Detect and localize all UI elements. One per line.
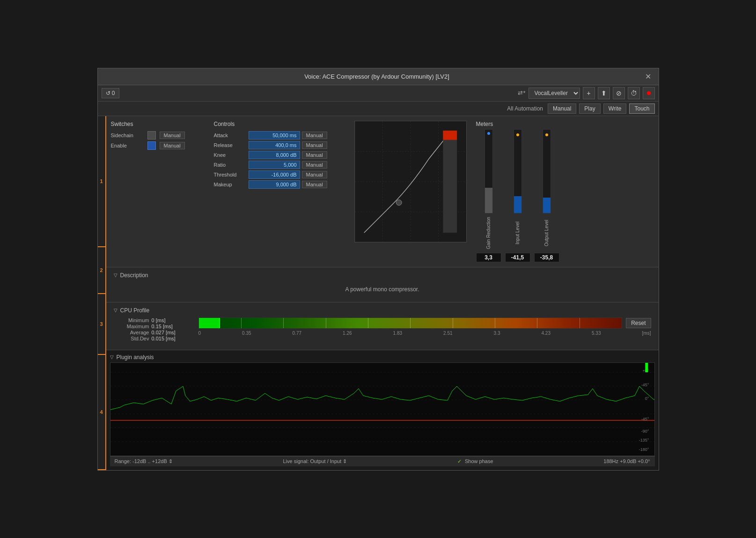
meters-row: Gain Reduction 3,3 Input Level -41,5 — [476, 129, 560, 262]
automation-touch-button[interactable]: Touch — [629, 103, 654, 114]
svg-text:-135°: -135° — [639, 438, 649, 442]
cpu-scale-077: 0.77 — [293, 331, 301, 336]
signal-control[interactable]: Live signal: Output / Input ⇕ — [283, 458, 347, 464]
range-arrows: ⇕ — [169, 458, 173, 464]
svg-rect-9 — [443, 130, 457, 232]
svg-text:-90°: -90° — [641, 428, 649, 433]
threshold-manual-button[interactable]: Manual — [302, 171, 327, 178]
clock-button[interactable]: ⏱ — [628, 87, 640, 99]
signal-arrows: ⇕ — [343, 458, 347, 464]
cpu-scale-0: 0 — [198, 331, 201, 336]
switches-title: Switches — [111, 121, 205, 127]
close-button[interactable]: ✕ — [642, 71, 654, 82]
undo-button[interactable]: ↺ 0 — [102, 88, 119, 98]
cpu-scale-533: 5.33 — [592, 331, 601, 336]
marker-1: 1 — [98, 116, 105, 247]
description-text: A powerful mono compressor. — [114, 281, 651, 297]
bypass-button[interactable]: ⊘ — [613, 87, 625, 99]
analysis-header: ▽ Plugin analysis — [110, 354, 655, 361]
meters-panel: Meters Gain Reduction 3,3 — [476, 121, 560, 262]
ratio-value[interactable]: 5,000 — [249, 161, 300, 169]
stddev-value: 0.015 [ms] — [152, 336, 189, 341]
attack-row: Attack 50,000 ms Manual — [214, 131, 345, 140]
reset-button[interactable]: Reset — [626, 318, 651, 328]
enable-toggle[interactable] — [147, 141, 156, 150]
section-controls: Switches Sidechain Manual Enable Manual … — [106, 116, 659, 267]
input-level-meter: Input Level -41,5 — [505, 129, 530, 262]
cpu-chevron: ▽ — [114, 308, 117, 313]
meters-title: Meters — [476, 121, 560, 127]
cpu-scale-126: 1.26 — [343, 331, 352, 336]
makeup-label: Makeup — [214, 182, 247, 187]
threshold-value[interactable]: -16,000 dB — [249, 170, 300, 179]
range-control[interactable]: Range: -12dB .. +12dB ⇕ — [115, 458, 173, 464]
maximum-label: Maximum — [114, 324, 151, 329]
stddev-label: Std.Dev — [114, 336, 151, 341]
makeup-manual-button[interactable]: Manual — [302, 181, 327, 188]
attack-value[interactable]: 50,000 ms — [249, 131, 300, 140]
description-header[interactable]: ▽ Description — [114, 272, 651, 279]
knee-manual-button[interactable]: Manual — [302, 151, 327, 159]
average-label: Average — [114, 330, 151, 335]
cpu-scale: 0 0.35 0.77 1.26 1.83 2.51 3.3 4.23 5.33… — [198, 331, 651, 336]
maximum-value: 0.15 [ms] — [152, 324, 189, 329]
ratio-manual-button[interactable]: Manual — [302, 161, 327, 169]
cpu-scale-ms: [ms] — [642, 331, 651, 336]
automation-manual-button[interactable]: Manual — [548, 103, 576, 114]
threshold-row: Threshold -16,000 dB Manual — [214, 170, 345, 179]
analysis-chevron: ▽ — [110, 354, 114, 360]
range-label: Range: -12dB .. +12dB — [115, 458, 167, 464]
freq-display: 188Hz +9.0dB +0.0° — [603, 458, 650, 464]
enable-manual-button[interactable]: Manual — [160, 142, 185, 149]
release-label: Release — [214, 142, 247, 148]
sidechain-label: Sidechain — [111, 133, 144, 138]
attack-label: Attack — [214, 133, 247, 138]
input-level-value: -41,5 — [505, 253, 530, 262]
input-level-label: Input Level — [515, 214, 520, 252]
minimum-value: 0 [ms] — [152, 317, 189, 323]
switches-panel: Switches Sidechain Manual Enable Manual — [111, 121, 205, 262]
sidechain-toggle[interactable] — [147, 131, 156, 140]
section-cpu: ▽ CPU Profile Minimum 0 [ms] Maximum 0.1… — [106, 302, 659, 350]
output-level-label: Output Level — [544, 214, 549, 252]
save-preset-button[interactable]: ⬆ — [598, 87, 610, 99]
left-markers: 1 2 3 4 — [98, 116, 106, 470]
analysis-footer: Range: -12dB .. +12dB ⇕ Live signal: Out… — [110, 456, 655, 466]
gain-reduction-label: Gain Reduction — [486, 214, 491, 252]
marker-3: 3 — [98, 294, 105, 355]
ratio-label: Ratio — [214, 162, 247, 168]
preset-select[interactable]: VocalLeveller — [528, 88, 580, 99]
output-level-indicator — [545, 133, 548, 136]
section-description: ▽ Description A powerful mono compressor… — [106, 267, 659, 302]
gain-reduction-meter: Gain Reduction 3,3 — [476, 129, 501, 262]
output-level-level — [543, 198, 550, 213]
checkmark-icon: ✓ — [457, 458, 462, 464]
controls-panel: Controls Attack 50,000 ms Manual Release… — [214, 121, 345, 262]
svg-point-11 — [396, 199, 402, 205]
show-phase-control[interactable]: ✓ Show phase — [457, 458, 493, 464]
attack-manual-button[interactable]: Manual — [302, 132, 327, 139]
sidechain-row: Sidechain Manual — [111, 131, 205, 140]
release-manual-button[interactable]: Manual — [302, 141, 327, 149]
automation-play-button[interactable]: Play — [579, 103, 600, 114]
svg-rect-27 — [645, 363, 648, 372]
knee-value[interactable]: 8,000 dB — [249, 151, 300, 159]
input-level-indicator — [516, 133, 519, 136]
main-window: Voice: ACE Compressor (by Ardour Communi… — [97, 68, 659, 471]
marker-4: 4 — [98, 355, 105, 470]
add-preset-button[interactable]: + — [583, 87, 595, 99]
section-analysis: ▽ Plugin analysis — [106, 350, 659, 470]
record-button[interactable] — [643, 87, 655, 99]
makeup-value[interactable]: 9,000 dB — [249, 180, 300, 189]
window-title: Voice: ACE Compressor (by Ardour Communi… — [304, 73, 449, 80]
threshold-label: Threshold — [214, 172, 247, 177]
output-level-value: -35,8 — [534, 253, 559, 262]
sidechain-manual-button[interactable]: Manual — [160, 132, 185, 139]
gain-reduction-indicator — [487, 132, 490, 135]
cpu-header-label: CPU Profile — [120, 307, 150, 314]
release-value[interactable]: 400,0 ms — [249, 141, 300, 149]
cpu-scale-33: 3.3 — [494, 331, 500, 336]
automation-write-button[interactable]: Write — [603, 103, 627, 114]
knee-label: Knee — [214, 152, 247, 158]
cpu-stats: Minimum 0 [ms] Maximum 0.15 [ms] Average… — [114, 317, 189, 341]
